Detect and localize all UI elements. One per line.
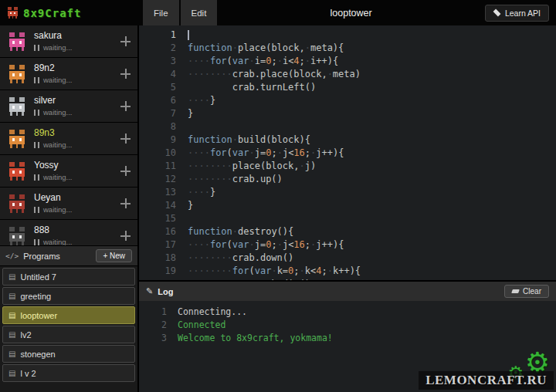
line-number: 2 [139,42,188,55]
log-panel: ✎ Log Clear 1Connecting...2Connected3Wel… [139,280,556,392]
player-row[interactable]: 89n2 waiting... [0,58,137,90]
player-info: Yossy waiting... [34,161,120,181]
player-avatar-icon [7,129,27,149]
code-line[interactable]: 11········place(block,·j) [139,160,556,173]
player-status: waiting... [34,43,120,52]
locate-player-icon[interactable] [120,198,131,208]
menu-bar: FileEdit [143,0,217,25]
player-info: 89n3 waiting... [34,128,120,149]
locate-player-icon[interactable] [120,166,131,176]
program-item[interactable]: ▤ Untitled 7 [2,268,135,286]
player-status-text: waiting... [43,238,73,245]
program-item[interactable]: ▤ stonegen [2,345,135,363]
player-status-text: waiting... [43,108,73,117]
player-avatar-icon [7,194,27,214]
code-line[interactable]: 16function·destroy(){ [139,225,556,238]
player-status: waiting... [34,205,120,214]
code-line[interactable]: 8 [139,120,556,133]
learn-api-button[interactable]: Learn API [485,5,549,22]
player-info: 89n2 waiting... [34,63,120,84]
line-number: 19 [139,265,188,278]
log-message: Welcome to 8x9craft, yokmama! [178,332,333,345]
code-line[interactable]: 15 [139,212,556,225]
code-text: function·build(block){ [188,133,310,147]
line-number: 17 [139,238,188,252]
player-status-text: waiting... [43,140,73,149]
code-line[interactable]: 9function·build(block){ [139,133,556,147]
program-item[interactable]: ▤ l v 2 [2,364,135,382]
code-line[interactable]: 2function·place(block,·meta){ [139,42,556,55]
code-line[interactable]: 12········crab.up() [139,173,556,186]
app-window: 8x9Craft FileEdit looptower Learn API [0,0,556,392]
log-entry: 2Connected [139,319,556,332]
program-item[interactable]: ▤ greeting [2,287,135,305]
code-line[interactable]: 17····for(var·j=0;·j<16;·j++){ [139,238,556,252]
player-row[interactable]: Ueyan waiting... [0,188,137,220]
player-name: Yossy [34,161,120,171]
player-status: waiting... [34,140,120,149]
learn-api-label: Learn API [505,8,541,18]
code-text: } [188,107,193,120]
locate-player-icon[interactable] [120,101,131,111]
program-item[interactable]: ▤ looptower [2,306,135,324]
pause-icon [34,207,39,213]
code-text: ········for(var·k=0;·k<4;·k++){ [188,265,361,278]
player-info: silver waiting... [34,96,120,117]
code-line[interactable]: 3····for(var·i=0;·i<4;·i++){ [139,55,556,68]
pencil-icon: ✎ [146,286,153,296]
programs-header: </> Programs + New [0,246,137,266]
line-number: 8 [139,120,188,133]
player-name: Ueyan [34,193,120,203]
line-number: 13 [139,186,188,199]
player-row[interactable]: 888 waiting... [0,220,137,245]
code-line[interactable]: 14} [139,199,556,212]
locate-player-icon[interactable] [120,36,131,46]
line-number: 18 [139,252,188,265]
player-status: waiting... [34,238,120,245]
log-output: 1Connecting...2Connected3Welcome to 8x9c… [139,301,556,392]
player-status-text: waiting... [43,205,73,214]
app-logo-text: 8x9Craft [23,7,81,19]
player-info: sakura waiting... [34,31,120,52]
program-list: ▤ Untitled 7 ▤ greeting ▤ looptower ▤ lv… [0,266,137,382]
code-text: ····} [188,94,215,107]
menu-edit[interactable]: Edit [181,0,218,25]
code-line[interactable]: 7} [139,107,556,120]
code-line[interactable]: 1 [139,29,556,42]
player-info: Ueyan waiting... [34,193,120,214]
code-editor[interactable]: 12function·place(block,·meta){3····for(v… [139,25,556,280]
player-name: sakura [34,31,120,41]
sidebar: sakura waiting... 89n2 [0,25,137,392]
clear-log-button[interactable]: Clear [504,285,549,298]
player-status: waiting... [34,108,120,117]
code-line[interactable]: 19········for(var·k=0;·k<4;·k++){ [139,265,556,278]
locate-player-icon[interactable] [120,69,131,79]
pause-icon [34,77,39,83]
menu-file[interactable]: File [143,0,179,25]
new-program-button[interactable]: + New [96,249,132,262]
program-item[interactable]: ▤ lv2 [2,326,135,343]
player-row[interactable]: Yossy waiting... [0,155,137,188]
player-row[interactable]: sakura waiting... [0,25,137,58]
code-text: ····for(var·j=0;·j<16;·j++){ [188,238,344,252]
code-line[interactable]: 13····} [139,186,556,199]
line-number: 16 [139,225,188,238]
code-line[interactable]: 5 crab.turnLeft() [139,81,556,94]
code-line[interactable]: 6····} [139,94,556,107]
player-row[interactable]: silver waiting... [0,90,137,123]
line-number: 9 [139,133,188,147]
locate-player-icon[interactable] [120,133,131,144]
locate-player-icon[interactable] [120,231,131,241]
code-line[interactable]: 4········crab.place(block,·meta) [139,68,556,81]
log-message: Connected [178,319,225,332]
line-number: 7 [139,107,188,120]
code-line[interactable]: 10····for(var·j=0;·j<16;·j++){ [139,147,556,160]
crab-logo-icon [6,6,19,19]
line-number: 14 [139,199,188,212]
line-number: 1 [139,29,188,42]
code-text: ········crab.up() [188,173,283,186]
player-status-text: waiting... [43,43,73,52]
log-line-number: 2 [139,319,178,332]
code-line[interactable]: 18········crab.down() [139,252,556,265]
player-row[interactable]: 89n3 waiting... [0,123,137,155]
